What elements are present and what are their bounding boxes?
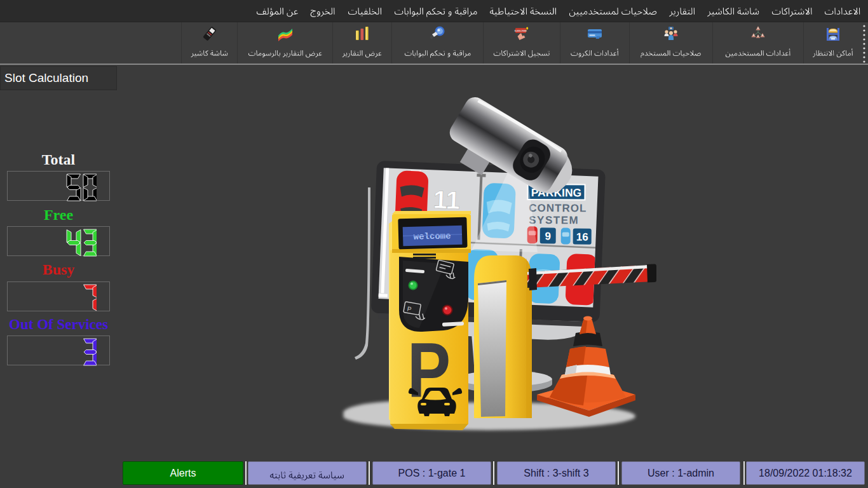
svg-text:16: 16	[576, 231, 588, 243]
svg-text:9: 9	[545, 230, 551, 242]
svg-text:SYSTEM: SYSTEM	[529, 214, 579, 226]
svg-text:CONTROL: CONTROL	[529, 202, 587, 214]
svg-text:11: 11	[433, 185, 461, 214]
svg-text:welcome: welcome	[413, 231, 451, 242]
